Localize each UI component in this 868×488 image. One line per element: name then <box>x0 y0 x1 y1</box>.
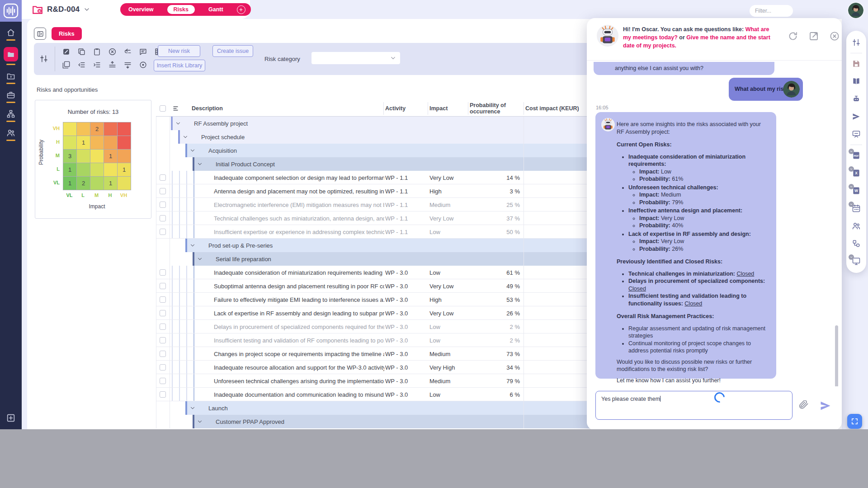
row-checkbox[interactable] <box>160 296 166 303</box>
chevron-down-icon[interactable] <box>197 256 203 262</box>
sidebar-item-toolbox[interactable] <box>6 90 15 103</box>
matrix-cell-M-L[interactable] <box>77 150 90 163</box>
sidebar-item-projects[interactable] <box>4 47 18 65</box>
group-row-band[interactable]: Acquisition <box>185 144 608 157</box>
table-row[interactable]: Suboptimal antenna design and placement … <box>156 279 608 293</box>
row-checkbox[interactable] <box>160 337 166 343</box>
chevron-down-icon[interactable] <box>189 405 196 411</box>
row-checkbox[interactable] <box>160 310 166 316</box>
send-button[interactable] <box>852 112 861 121</box>
monitor-export-button[interactable] <box>852 257 861 266</box>
target-button[interactable] <box>137 59 149 70</box>
sidebar-item-media[interactable] <box>6 71 15 84</box>
attach-icon[interactable] <box>798 400 809 411</box>
excel-export-button[interactable]: X <box>852 169 861 178</box>
matrix-cell-M-VH[interactable] <box>118 150 131 163</box>
closed-status-link[interactable]: Closed <box>628 286 646 292</box>
edit-button[interactable] <box>60 46 72 57</box>
matrix-cell-H-VL[interactable] <box>63 136 76 149</box>
paste-button[interactable] <box>91 46 103 57</box>
matrix-cell-M-VL[interactable]: 3 <box>63 150 76 163</box>
chevron-down-icon[interactable] <box>182 134 189 140</box>
word-export-button[interactable]: W <box>852 186 861 195</box>
row-checkbox[interactable] <box>160 215 166 221</box>
column-header-probability[interactable]: Probability of occurrence <box>470 100 519 117</box>
row-checkbox[interactable] <box>160 229 166 235</box>
row-outdent-button[interactable] <box>75 59 87 70</box>
app-logo-icon[interactable] <box>0 0 22 22</box>
floppy-button[interactable] <box>852 59 861 68</box>
open-new-icon[interactable] <box>808 31 819 42</box>
column-header-description[interactable]: Description <box>192 100 345 117</box>
tab-risks[interactable]: Risks <box>167 5 195 14</box>
user-avatar[interactable] <box>848 3 863 18</box>
matrix-cell-L-VH[interactable]: 1 <box>118 163 131 176</box>
matrix-cell-VL-VH[interactable] <box>118 177 131 190</box>
chat-messages[interactable]: anything else I can assist you with? Wha… <box>587 61 842 386</box>
table-row[interactable]: Unforeseen technical challenges arising … <box>156 374 608 388</box>
flow-button[interactable] <box>852 239 861 248</box>
page-title[interactable]: Risks <box>52 27 82 40</box>
matrix-cell-VL-L[interactable]: 2 <box>77 177 90 190</box>
chevron-down-icon[interactable] <box>197 418 203 425</box>
table-row[interactable]: Lack of expertise in RF assembly and des… <box>156 306 608 320</box>
row-indent-button[interactable] <box>91 59 103 70</box>
insert-above-button[interactable] <box>106 59 118 70</box>
pdf-export-button[interactable]: PDF <box>852 151 861 160</box>
sidebar-item-hierarchy[interactable] <box>6 109 15 122</box>
row-checkbox[interactable] <box>160 364 166 371</box>
refresh-icon[interactable] <box>788 31 798 42</box>
chat-scrollbar[interactable] <box>835 325 838 386</box>
matrix-cell-H-M[interactable] <box>90 136 104 149</box>
row-checkbox[interactable] <box>160 269 166 276</box>
project-selector[interactable]: R&D-004 <box>22 4 90 15</box>
table-row[interactable]: Failure to effectively mitigate EMI lead… <box>156 293 608 306</box>
row-checkbox[interactable] <box>160 378 166 384</box>
sidebar-item-team[interactable] <box>6 128 15 141</box>
table-row[interactable]: Antenna design and placement may not be … <box>156 184 608 198</box>
group-row-band[interactable]: Serial life preparation <box>193 252 608 266</box>
row-checkbox[interactable] <box>160 324 166 330</box>
create-issue-button[interactable]: Create issue <box>212 45 253 57</box>
closed-status-link[interactable]: Closed <box>736 271 754 277</box>
copy-button[interactable] <box>75 46 87 57</box>
matrix-cell-VH-M[interactable]: 2 <box>90 122 104 136</box>
send-icon[interactable] <box>819 399 832 412</box>
book-button[interactable] <box>852 77 861 86</box>
table-row[interactable]: Technical challenges such as miniaturiza… <box>156 211 608 225</box>
matrix-cell-VH-VL[interactable] <box>63 122 76 136</box>
chevron-down-icon[interactable] <box>189 147 196 154</box>
risk-category-select[interactable] <box>311 52 400 64</box>
comment-button[interactable] <box>137 46 149 57</box>
matrix-cell-VH-VH[interactable] <box>118 122 131 136</box>
table-row[interactable]: Inadequate component selection or design… <box>156 171 608 184</box>
undo-button[interactable] <box>122 46 133 57</box>
column-header-impact[interactable]: Impact <box>429 100 468 117</box>
group-row-band[interactable]: Initial Product Concept <box>193 157 608 171</box>
chevron-down-icon[interactable] <box>197 161 203 167</box>
row-checkbox[interactable] <box>160 391 166 398</box>
panel-toggle-icon[interactable] <box>34 28 46 40</box>
table-row[interactable]: Electromagnetic interference (EMI) mitig… <box>156 198 608 211</box>
tune-icon[interactable] <box>39 54 48 63</box>
matrix-cell-L-M[interactable] <box>90 163 104 176</box>
sidebar-item-home[interactable] <box>6 28 15 41</box>
matrix-cell-L-L[interactable] <box>77 163 90 176</box>
column-header-activity[interactable]: Activity <box>385 100 426 117</box>
presentation-button[interactable] <box>852 130 861 139</box>
matrix-cell-M-M[interactable] <box>90 150 104 163</box>
group-row-band[interactable]: Prod set-up & Pre-series <box>185 239 608 252</box>
tune-button[interactable] <box>852 38 861 47</box>
row-checkbox[interactable] <box>160 202 166 208</box>
matrix-cell-VH-L[interactable] <box>77 122 90 136</box>
group-row-band[interactable]: Launch <box>185 401 608 415</box>
matrix-cell-H-VH[interactable] <box>118 136 131 149</box>
filter-input[interactable] <box>750 5 793 17</box>
table-row[interactable]: Insufficient expertise or experience in … <box>156 225 608 239</box>
matrix-cell-L-H[interactable] <box>104 163 117 176</box>
close-icon[interactable] <box>829 31 840 42</box>
chevron-down-icon[interactable] <box>189 242 196 249</box>
matrix-cell-VH-H[interactable] <box>104 122 117 136</box>
insert-risk-library-button[interactable]: Insert Risk Library <box>154 60 205 71</box>
table-row[interactable]: Inadequate documentation and communicati… <box>156 388 608 401</box>
